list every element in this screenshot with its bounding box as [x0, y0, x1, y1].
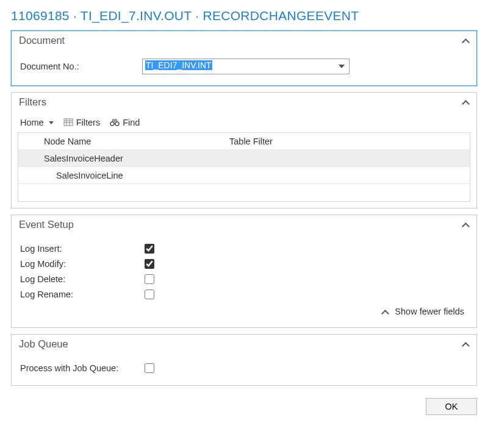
row-log-delete: Log Delete:	[20, 272, 468, 286]
log-insert-checkbox[interactable]	[145, 244, 154, 254]
log-delete-checkbox[interactable]	[145, 274, 154, 284]
chevron-up-icon	[463, 341, 469, 347]
chevron-up-icon	[463, 38, 469, 44]
row-process-job-queue: Process with Job Queue:	[20, 361, 468, 375]
panel-filters-header[interactable]: Filters	[12, 93, 476, 112]
table-row[interactable]: SalesInvoiceHeader	[18, 150, 470, 167]
home-label: Home	[20, 118, 44, 127]
document-no-value: TI_EDI7_INV.INT	[145, 60, 212, 70]
panel-filters: Filters Home	[11, 92, 477, 208]
find-label: Find	[123, 118, 140, 127]
chevron-up-icon	[463, 222, 469, 228]
chevron-up-icon	[382, 309, 389, 315]
col-table-filter[interactable]: Table Filter	[229, 137, 470, 146]
show-fewer-fields-label: Show fewer fields	[395, 307, 464, 316]
row-log-insert: Log Insert:	[20, 242, 468, 255]
log-rename-label: Log Rename:	[20, 290, 142, 299]
filters-label: Filters	[76, 118, 100, 127]
document-no-label: Document No.:	[20, 62, 142, 71]
show-fewer-fields-link[interactable]: Show fewer fields	[20, 303, 468, 319]
grid-empty-row	[18, 184, 470, 201]
log-modify-checkbox[interactable]	[145, 259, 154, 269]
filters-toolbar: Home Filters	[18, 115, 470, 132]
panel-event-setup-title: Event Setup	[19, 219, 74, 230]
panel-document-header[interactable]: Document	[12, 31, 476, 50]
table-row[interactable]: SalesInvoiceLine	[18, 167, 470, 184]
log-delete-label: Log Delete:	[20, 274, 142, 284]
panel-job-queue-header[interactable]: Job Queue	[12, 335, 476, 354]
cell-node-name: SalesInvoiceLine	[34, 171, 229, 180]
filters-grid: Node Name Table Filter SalesInvoiceHeade…	[18, 132, 470, 202]
panel-document-title: Document	[19, 35, 65, 46]
panel-document: Document Document No.: TI_EDI7_INV.INT	[11, 30, 477, 86]
process-job-queue-checkbox[interactable]	[145, 363, 154, 373]
panel-filters-title: Filters	[19, 96, 46, 108]
row-log-rename: Log Rename:	[20, 288, 468, 301]
row-log-modify: Log Modify:	[20, 257, 468, 271]
svg-point-5	[110, 122, 114, 126]
log-insert-label: Log Insert:	[20, 244, 142, 254]
chevron-up-icon	[463, 99, 469, 105]
field-document-no: Document No.: TI_EDI7_INV.INT	[20, 59, 468, 74]
panel-event-setup-header[interactable]: Event Setup	[12, 215, 476, 234]
binoculars-icon	[110, 118, 120, 127]
page-title: 11069185 · TI_EDI_7.INV.OUT · RECORDCHAN…	[11, 9, 477, 23]
document-no-dropdown[interactable]: TI_EDI7_INV.INT	[142, 59, 350, 74]
document-no-input[interactable]: TI_EDI7_INV.INT	[142, 59, 350, 74]
col-node-name[interactable]: Node Name	[34, 137, 229, 146]
home-dropdown[interactable]: Home	[20, 118, 54, 127]
ok-button[interactable]: OK	[426, 398, 477, 415]
footer: OK	[11, 392, 477, 415]
panel-job-queue-title: Job Queue	[19, 338, 68, 350]
find-button[interactable]: Find	[110, 118, 140, 127]
svg-point-6	[115, 122, 119, 126]
process-job-queue-label: Process with Job Queue:	[20, 363, 142, 373]
log-modify-label: Log Modify:	[20, 259, 142, 269]
panel-job-queue: Job Queue Process with Job Queue:	[11, 334, 477, 386]
grid-header: Node Name Table Filter	[18, 133, 470, 150]
panel-event-setup: Event Setup Log Insert: Log Modify: Log …	[11, 215, 477, 328]
cell-node-name: SalesInvoiceHeader	[34, 154, 229, 163]
filters-icon	[63, 118, 73, 127]
log-rename-checkbox[interactable]	[145, 290, 154, 299]
filters-button[interactable]: Filters	[63, 118, 100, 127]
